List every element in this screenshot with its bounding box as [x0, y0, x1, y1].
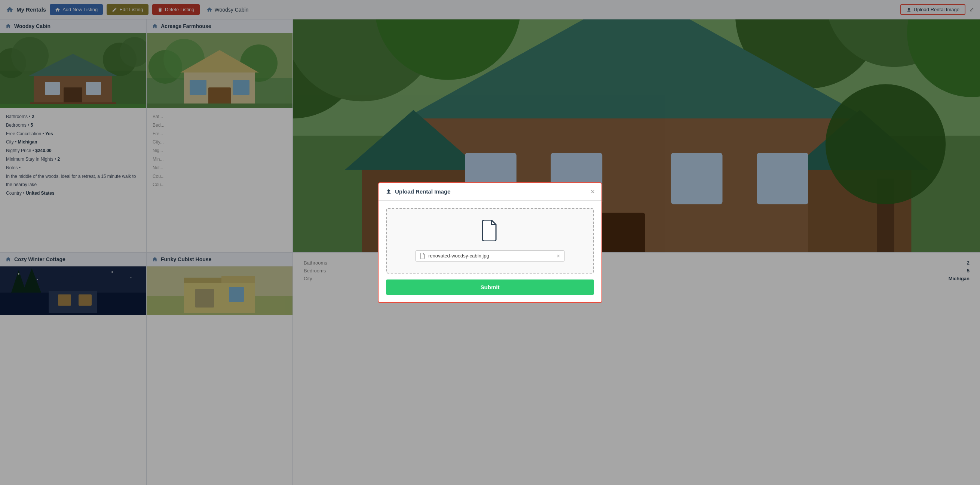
modal-close-label: ×	[590, 188, 595, 195]
modal-overlay: Upload Rental Image ×	[0, 0, 980, 485]
modal-title-text: Upload Rental Image	[395, 188, 450, 195]
file-doc-icon	[481, 220, 499, 241]
file-chip: renovated-woodsy-cabin.jpg ×	[415, 250, 565, 262]
modal-title: Upload Rental Image	[385, 188, 450, 195]
submit-button[interactable]: Submit	[386, 279, 594, 295]
upload-modal: Upload Rental Image ×	[378, 182, 602, 303]
submit-label: Submit	[480, 284, 500, 290]
modal-upload-icon	[385, 188, 392, 195]
modal-close-button[interactable]: ×	[590, 188, 595, 195]
drop-file-icon	[481, 220, 499, 244]
file-remove-button[interactable]: ×	[557, 253, 560, 259]
file-name: renovated-woodsy-cabin.jpg	[428, 253, 554, 258]
file-chip-icon	[420, 253, 425, 259]
drop-zone[interactable]: renovated-woodsy-cabin.jpg ×	[386, 208, 594, 274]
modal-header: Upload Rental Image ×	[379, 183, 601, 201]
modal-body: renovated-woodsy-cabin.jpg × Submit	[379, 201, 601, 302]
